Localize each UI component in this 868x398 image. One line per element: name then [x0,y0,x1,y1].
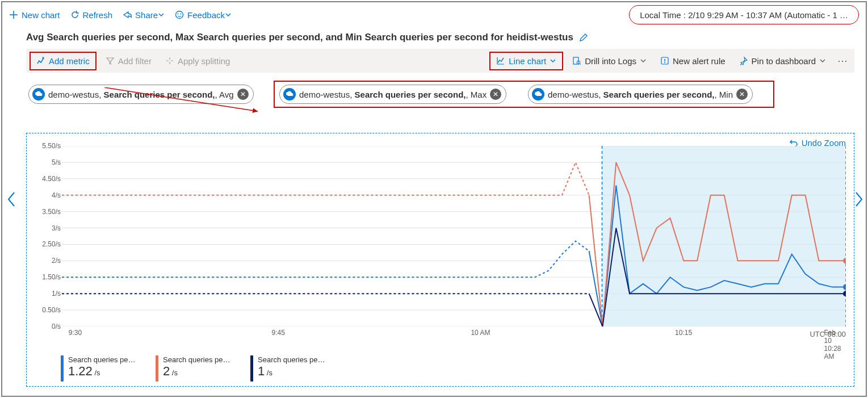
top-toolbar: New chart Refresh Share Feedback Local T… [2,2,866,27]
metric-pills-row: demo-westus, Search queries per second,,… [26,81,854,108]
prev-chart-button[interactable] [7,191,17,207]
add-metric-label: Add metric [49,56,90,66]
new-chart-button[interactable]: New chart [9,10,60,20]
metric-pill-max[interactable]: demo-westus, Search queries per second,,… [279,85,506,104]
legend-item[interactable]: Search queries per s...1.22 /s [61,355,136,382]
metric-pill-avg[interactable]: demo-westus, Search queries per second,,… [28,85,254,104]
refresh-icon [70,10,79,19]
chevron-down-icon [158,11,165,18]
pin-icon [739,56,748,65]
filter-icon [106,56,115,65]
plus-icon [9,10,18,19]
feedback-label: Feedback [187,10,225,20]
y-axis-labels: 0/s0.50/s1/s1.50/s2/s2.50/s3/s3.50/s4/s4… [33,146,62,326]
remove-pill-icon[interactable]: ✕ [237,89,249,100]
chart-type-button[interactable]: Line chart [489,52,563,70]
chart-legend: Search queries per s...1.22 /sSearch que… [61,355,326,382]
refresh-button[interactable]: Refresh [70,10,113,20]
new-alert-label: New alert rule [673,56,726,66]
apply-splitting-button[interactable]: Apply splitting [160,53,236,69]
line-chart-icon [496,56,505,65]
time-range-pill[interactable]: Local Time : 2/10 9:29 AM - 10:37 AM (Au… [629,5,859,24]
legend-item[interactable]: Search queries per s...1 /s [250,355,326,382]
splitting-icon [165,56,174,65]
metric-pill-min[interactable]: demo-westus, Search queries per second,,… [528,85,753,104]
resource-icon [32,88,45,100]
pin-label: Pin to dashboard [752,56,816,66]
feedback-button[interactable]: Feedback [175,10,232,20]
add-metric-icon [36,56,45,65]
next-chart-button[interactable] [853,191,863,207]
chart-title-row: Avg Search queries per second, Max Searc… [2,27,866,45]
svg-point-1 [178,14,179,15]
new-chart-label: New chart [22,10,60,20]
share-label: Share [135,10,158,20]
chart-type-label: Line chart [509,56,546,66]
add-filter-label: Add filter [118,56,152,66]
new-alert-rule-button[interactable]: New alert rule [655,53,731,69]
resource-icon [532,88,544,100]
resource-icon [283,88,296,100]
remove-pill-icon[interactable]: ✕ [736,89,748,100]
chart-title: Avg Search queries per second, Max Searc… [26,32,573,43]
x-axis-labels: 9:309:4510 AM10:15Feb 10 10:28 AM [62,329,846,340]
svg-point-2 [181,14,182,15]
chart-toolbar: Add metric Add filter Apply splitting Li… [26,49,854,73]
refresh-label: Refresh [83,10,113,20]
metrics-explorer-frame: New chart Refresh Share Feedback Local T… [1,1,867,397]
svg-point-0 [176,11,183,19]
drill-logs-label: Drill into Logs [585,56,636,66]
add-metric-button[interactable]: Add metric [30,52,97,70]
share-icon [123,10,132,19]
svg-point-6 [664,62,665,63]
pin-dashboard-button[interactable]: Pin to dashboard [733,53,832,69]
smiley-icon [175,10,184,19]
logs-icon [572,56,581,65]
chevron-down-icon [550,57,556,64]
remove-pill-icon[interactable]: ✕ [490,89,501,100]
plot-area[interactable] [62,146,846,326]
pencil-icon[interactable] [579,33,588,42]
legend-item[interactable]: Search queries per s...2 /s [156,355,231,382]
chevron-down-icon [819,57,826,64]
chevron-down-icon [225,11,232,18]
share-button[interactable]: Share [123,10,165,20]
add-filter-button[interactable]: Add filter [100,53,157,69]
drill-into-logs-button[interactable]: Drill into Logs [567,53,652,69]
alert-icon [660,56,669,65]
chevron-down-icon [640,57,647,64]
chart-container: Undo Zoom 0/s0.50/s1/s1.50/s2/s2.50/s3/s… [26,133,854,387]
more-menu-button[interactable]: ⋯ [834,55,852,67]
timezone-label: UTC-08:00 [810,330,846,338]
time-range-label: Local Time : 2/10 9:29 AM - 10:37 AM (Au… [640,10,848,20]
apply-splitting-label: Apply splitting [178,56,230,66]
